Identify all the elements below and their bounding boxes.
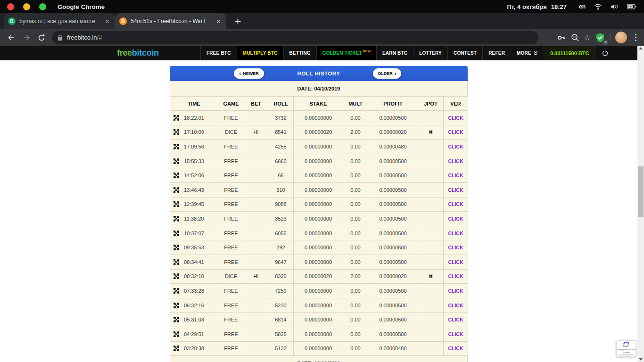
newer-button[interactable]: ‹ NEWER xyxy=(234,68,264,79)
logout-power-icon[interactable] xyxy=(595,46,615,60)
browser-menu-icon[interactable] xyxy=(631,32,641,43)
password-key-icon[interactable] xyxy=(557,33,566,42)
cell-profit: 0.00000500 xyxy=(368,298,418,313)
scroll-down-arrow[interactable] xyxy=(639,358,643,361)
reload-button[interactable] xyxy=(34,30,49,45)
cell-time: 18:22:01 xyxy=(170,111,218,125)
roll-row: 18:22:01FREE37320.000000000.000.00000500… xyxy=(170,111,468,125)
nav-item-refer[interactable]: REFER xyxy=(482,46,511,60)
expand-arrows-icon[interactable] xyxy=(173,173,179,178)
roll-time: 04:29:51 xyxy=(184,331,204,337)
cell-bet xyxy=(244,341,268,356)
cell-game: FREE xyxy=(218,197,244,212)
verify-click-link[interactable]: CLICK xyxy=(448,245,463,250)
expand-arrows-icon[interactable] xyxy=(173,288,179,294)
cell-stake: 0.00000000 xyxy=(294,226,343,240)
expand-arrows-icon[interactable] xyxy=(173,158,179,164)
expand-arrows-icon[interactable] xyxy=(173,259,179,265)
recaptcha-privacy-text: Конфиденциальность Условия использования xyxy=(617,348,636,356)
verify-click-link[interactable]: CLICK xyxy=(448,288,463,294)
zoom-out-icon[interactable] xyxy=(570,33,580,42)
expand-arrows-icon[interactable] xyxy=(173,201,179,207)
nav-item-earn-btc[interactable]: EARN BTC xyxy=(376,46,413,60)
cell-time: 08:32:10 xyxy=(170,269,218,284)
verify-click-link[interactable]: CLICK xyxy=(448,346,463,351)
roll-time: 17:09:56 xyxy=(184,144,204,149)
cell-profit: 0.00000500 xyxy=(368,168,418,183)
close-tab-icon[interactable] xyxy=(103,17,111,25)
verify-click-link[interactable]: CLICK xyxy=(448,173,463,178)
close-tab-icon[interactable] xyxy=(215,17,222,25)
nav-item-lottery[interactable]: LOTTERY xyxy=(413,46,447,60)
expand-arrows-icon[interactable] xyxy=(173,346,179,351)
expand-arrows-icon[interactable] xyxy=(173,317,179,322)
toolbar-right: ☆ 3 xyxy=(553,32,640,43)
expand-arrows-icon[interactable] xyxy=(173,216,179,222)
expand-arrows-icon[interactable] xyxy=(173,303,179,308)
cell-roll: 7259 xyxy=(268,284,294,298)
verify-click-link[interactable]: CLICK xyxy=(448,331,463,337)
volume-icon[interactable] xyxy=(611,3,619,10)
verify-click-link[interactable]: CLICK xyxy=(448,201,463,207)
page-scrollbar[interactable] xyxy=(637,46,644,362)
roll-time: 09:35:53 xyxy=(184,245,204,250)
profile-avatar[interactable] xyxy=(615,32,627,43)
cell-time: 11:38:20 xyxy=(170,212,218,226)
cell-mult: 0.00 xyxy=(343,240,368,255)
cell-profit: 0.00000500 xyxy=(368,313,418,327)
older-button[interactable]: OLDER › xyxy=(373,68,401,79)
maximize-window-button[interactable] xyxy=(39,3,46,10)
cell-time: 04:29:51 xyxy=(170,327,218,341)
nav-item-free-btc[interactable]: FREE BTC xyxy=(200,46,237,60)
wifi-icon[interactable] xyxy=(594,3,602,10)
nav-item-contest[interactable]: CONTEST xyxy=(447,46,482,60)
verify-click-link[interactable]: CLICK xyxy=(448,158,463,164)
recaptcha-badge[interactable]: Конфиденциальность Условия использования xyxy=(616,340,636,357)
scrollbar-thumb[interactable] xyxy=(638,166,644,217)
verify-click-link[interactable]: CLICK xyxy=(448,259,463,265)
btc-balance[interactable]: 0.00111500 BTC xyxy=(544,46,595,60)
verify-click-link[interactable]: CLICK xyxy=(448,216,463,222)
verify-click-link[interactable]: CLICK xyxy=(448,187,463,193)
expand-arrows-icon[interactable] xyxy=(173,245,179,250)
nav-item-multiply-btc[interactable]: MULTIPLY BTC xyxy=(237,46,283,60)
col-mult: MULT xyxy=(343,97,368,111)
expand-arrows-icon[interactable] xyxy=(173,144,179,149)
tab-bymas[interactable]: B bymas.ru | все для вап масте xyxy=(4,13,115,29)
expand-arrows-icon[interactable] xyxy=(173,187,179,193)
cell-ver: CLICK xyxy=(444,255,468,269)
verify-click-link[interactable]: CLICK xyxy=(448,273,463,279)
freebitcoin-logo[interactable]: freebitcoin xyxy=(117,46,159,60)
new-tab-button[interactable] xyxy=(231,15,244,28)
battery-icon[interactable] xyxy=(627,4,636,9)
expand-arrows-icon[interactable] xyxy=(173,331,179,337)
forward-button[interactable] xyxy=(19,30,34,45)
expand-arrows-icon[interactable] xyxy=(173,273,179,279)
keyboard-layout-indicator[interactable]: en xyxy=(579,3,586,10)
tab-freebitcoin[interactable]: B 54m:51s - FreeBitco.in - Win f xyxy=(115,13,226,29)
verify-click-link[interactable]: CLICK xyxy=(448,115,463,121)
back-button[interactable] xyxy=(4,30,19,45)
nav-item-more[interactable]: MORE xyxy=(511,46,544,60)
address-bar[interactable]: freebitco.in/# xyxy=(52,31,538,44)
verify-click-link[interactable]: CLICK xyxy=(448,129,463,135)
expand-arrows-icon[interactable] xyxy=(173,115,179,121)
nav-item-golden-ticket[interactable]: GOLDEN TICKETNEW xyxy=(316,46,376,60)
scroll-up-arrow[interactable] xyxy=(639,47,643,49)
bookmark-star-icon[interactable]: ☆ xyxy=(584,34,590,41)
cell-profit: 0.00000500 xyxy=(368,284,418,298)
browser-toolbar: freebitco.in/# ☆ 3 xyxy=(0,29,644,46)
minimize-window-button[interactable] xyxy=(23,3,30,10)
verify-click-link[interactable]: CLICK xyxy=(448,144,463,149)
cell-stake: 0.00000000 xyxy=(294,197,343,212)
expand-arrows-icon[interactable] xyxy=(173,129,179,135)
cell-roll: 6860 xyxy=(268,154,294,168)
extension-shield-icon[interactable]: 3 xyxy=(595,32,606,43)
verify-click-link[interactable]: CLICK xyxy=(448,230,463,236)
nav-item-betting[interactable]: BETTING xyxy=(283,46,316,60)
verify-click-link[interactable]: CLICK xyxy=(448,317,463,322)
verify-click-link[interactable]: CLICK xyxy=(448,303,463,308)
close-window-button[interactable] xyxy=(7,3,14,10)
cell-bet xyxy=(244,255,268,269)
expand-arrows-icon[interactable] xyxy=(173,230,179,236)
